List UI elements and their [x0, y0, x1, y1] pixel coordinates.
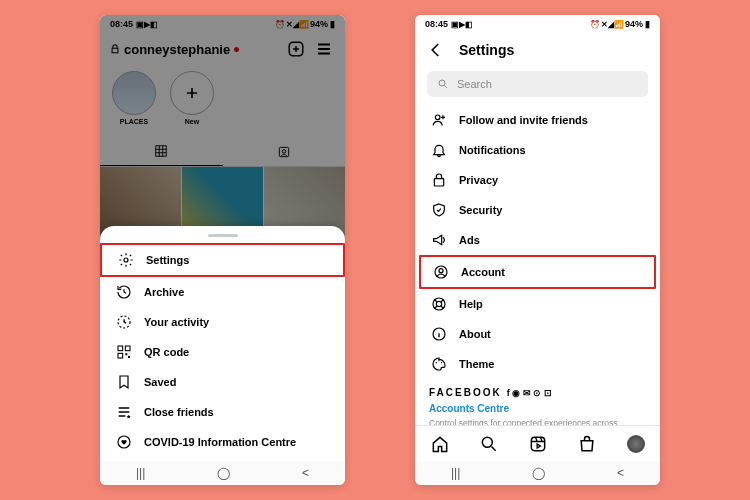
story-highlights: PLACES New — [100, 65, 345, 137]
svg-point-13 — [439, 269, 443, 273]
settings-item-privacy[interactable]: Privacy — [419, 165, 656, 195]
tab-home[interactable] — [430, 434, 450, 454]
settings-label: Ads — [459, 234, 480, 246]
settings-label: Account — [461, 266, 505, 278]
list-star-icon — [116, 404, 132, 420]
menu-item-settings[interactable]: Settings — [100, 243, 345, 277]
info-icon — [431, 326, 447, 342]
menu-item-saved[interactable]: Saved — [100, 367, 345, 397]
grid-tab[interactable] — [100, 137, 223, 166]
profile-tabs — [100, 137, 345, 167]
menu-label: Archive — [144, 286, 184, 298]
tab-shop[interactable] — [577, 434, 597, 454]
activity-icon — [116, 314, 132, 330]
svg-rect-11 — [434, 179, 443, 186]
megaphone-icon — [431, 232, 447, 248]
notification-dot — [234, 47, 239, 52]
settings-item-security[interactable]: Security — [419, 195, 656, 225]
settings-label: Notifications — [459, 144, 526, 156]
sheet-grabber[interactable] — [208, 234, 238, 237]
back-button[interactable]: < — [617, 466, 624, 480]
recents-button[interactable]: ||| — [136, 466, 145, 480]
facebook-label: FACEBOOK — [429, 387, 502, 398]
palette-icon — [431, 356, 447, 372]
highlight-new[interactable]: New — [170, 71, 214, 135]
settings-item-theme[interactable]: Theme — [419, 349, 656, 379]
settings-item-ads[interactable]: Ads — [419, 225, 656, 255]
menu-item-close-friends[interactable]: Close friends — [100, 397, 345, 427]
settings-list: Follow and invite friends Notifications … — [415, 105, 660, 379]
svg-point-9 — [439, 80, 445, 86]
status-time: 08:45 — [425, 19, 448, 29]
menu-item-activity[interactable]: Your activity — [100, 307, 345, 337]
settings-item-follow[interactable]: Follow and invite friends — [419, 105, 656, 135]
page-title: Settings — [459, 42, 514, 58]
bookmark-icon — [116, 374, 132, 390]
settings-label: Theme — [459, 358, 494, 370]
home-button[interactable]: ◯ — [532, 466, 545, 480]
profile-header: conneystephanie — [100, 33, 345, 65]
new-post-button[interactable] — [285, 38, 307, 60]
settings-label: Security — [459, 204, 502, 216]
settings-label: Privacy — [459, 174, 498, 186]
bottom-tab-bar — [415, 425, 660, 461]
status-right-icons: ⏰ ✕ ◢ 📶 — [590, 20, 623, 29]
bell-icon — [431, 142, 447, 158]
search-input[interactable]: Search — [427, 71, 648, 97]
battery-percent: 94% — [310, 19, 328, 29]
menu-label: Your activity — [144, 316, 209, 328]
svg-point-18 — [438, 360, 439, 361]
lock-icon — [431, 172, 447, 188]
status-left-icons: ▣ ▶ ◧ — [136, 20, 157, 29]
menu-label: QR code — [144, 346, 189, 358]
svg-point-19 — [441, 362, 442, 363]
back-button[interactable]: < — [302, 466, 309, 480]
qr-code-icon — [116, 344, 132, 360]
status-right-icons: ⏰ ✕ ◢ 📶 — [275, 20, 308, 29]
svg-point-17 — [436, 362, 437, 363]
settings-item-notifications[interactable]: Notifications — [419, 135, 656, 165]
settings-item-about[interactable]: About — [419, 319, 656, 349]
menu-label: COVID-19 Information Centre — [144, 436, 296, 448]
person-circle-icon — [433, 264, 449, 280]
recents-button[interactable]: ||| — [451, 466, 460, 480]
menu-item-qr[interactable]: QR code — [100, 337, 345, 367]
avatar — [627, 435, 645, 453]
menu-label: Close friends — [144, 406, 214, 418]
svg-point-10 — [435, 115, 440, 120]
bottom-sheet-menu: Settings Archive Your activity QR code S… — [100, 226, 345, 461]
accounts-centre-link[interactable]: Accounts Centre — [429, 403, 646, 414]
add-friend-icon — [431, 112, 447, 128]
status-time: 08:45 — [110, 19, 133, 29]
settings-item-help[interactable]: Help — [419, 289, 656, 319]
menu-item-covid[interactable]: COVID-19 Information Centre — [100, 427, 345, 457]
search-placeholder: Search — [457, 78, 492, 90]
lock-icon — [110, 44, 120, 54]
highlight-places[interactable]: PLACES — [112, 71, 156, 135]
menu-item-archive[interactable]: Archive — [100, 277, 345, 307]
tab-search[interactable] — [479, 434, 499, 454]
settings-label: About — [459, 328, 491, 340]
menu-label: Settings — [146, 254, 189, 266]
svg-point-3 — [124, 258, 128, 262]
android-nav-bar: ||| ◯ < — [415, 461, 660, 485]
back-arrow-button[interactable] — [427, 41, 445, 59]
tagged-tab[interactable] — [223, 137, 346, 166]
status-bar: 08:45 ▣ ▶ ◧ ⏰ ✕ ◢ 📶 94%▮ — [100, 15, 345, 33]
svg-rect-5 — [118, 346, 123, 351]
settings-label: Follow and invite friends — [459, 114, 588, 126]
tab-profile[interactable] — [626, 434, 646, 454]
covid-heart-icon — [116, 434, 132, 450]
svg-rect-1 — [279, 147, 288, 156]
tab-reels[interactable] — [528, 434, 548, 454]
life-ring-icon — [431, 296, 447, 312]
phone-profile: 08:45 ▣ ▶ ◧ ⏰ ✕ ◢ 📶 94%▮ conneystephanie… — [100, 15, 345, 485]
username[interactable]: conneystephanie — [110, 42, 279, 57]
hamburger-menu-button[interactable] — [313, 38, 335, 60]
home-button[interactable]: ◯ — [217, 466, 230, 480]
svg-rect-6 — [125, 346, 130, 351]
settings-item-account[interactable]: Account — [419, 255, 656, 289]
svg-point-15 — [436, 301, 441, 306]
svg-rect-7 — [118, 353, 123, 358]
status-bar: 08:45 ▣ ▶ ◧ ⏰ ✕ ◢ 📶 94%▮ — [415, 15, 660, 33]
